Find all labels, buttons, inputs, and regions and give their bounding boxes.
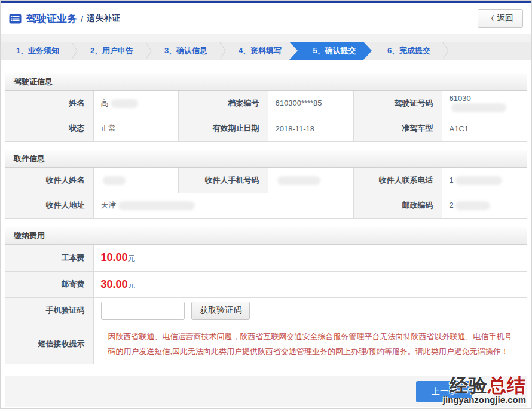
- work-fee-amount: 10.00: [101, 251, 128, 263]
- recipient-phone-label: 收件人联系电话: [353, 168, 442, 193]
- list-icon: [9, 14, 22, 24]
- recipient-mobile-value: [268, 168, 353, 193]
- step-tabs: 1、业务须知 2、用户申告 3、确认信息 4、资料填写 5、确认提交 6、完成提…: [1, 42, 531, 60]
- redacted-value: [111, 99, 138, 108]
- postage-fee-value: 30.00元: [93, 271, 527, 297]
- sms-notice-cell: 因陕西省联通、电信运营商技术问题，陕西省互联网交通安全综合服务管理平台无法向持陕…: [93, 324, 527, 364]
- pickup-info-section: 取件信息 收件人姓名 收件人手机号码 收件人联系电话 1 收件人地址 天津 邮政…: [5, 150, 527, 219]
- page-title: 驾驶证业务: [26, 12, 77, 26]
- fees-table: 工本费 10.00元 邮寄费 30.00元 手机验证码 获取验证码: [5, 245, 527, 364]
- step-5-confirm-submit: 5、确认提交: [289, 42, 372, 60]
- step-6-complete: 6、完成提交: [372, 42, 446, 60]
- chevron-left-icon: 〈: [487, 14, 494, 24]
- pickup-info-table: 收件人姓名 收件人手机号码 收件人联系电话 1 收件人地址 天津 邮政编码 2: [5, 168, 527, 218]
- redacted-value: [451, 103, 506, 112]
- breadcrumb-separator: /: [81, 14, 83, 24]
- table-row: 收件人地址 天津 邮政编码 2: [5, 193, 527, 218]
- table-row: 状态 正常 有效期止日期 2018-11-18 准驾车型 A1C1: [5, 116, 527, 141]
- step-label: 1、业务须知: [16, 45, 59, 56]
- postage-fee-unit: 元: [128, 281, 136, 290]
- sms-code-cell: 获取验证码: [93, 297, 527, 324]
- step-1-notice: 1、业务须知: [1, 42, 75, 60]
- table-row: 短信接收提示 因陕西省联通、电信运营商技术问题，陕西省互联网交通安全综合服务管理…: [5, 324, 527, 364]
- status-label: 状态: [5, 116, 93, 141]
- file-number-value: 610300****85: [268, 91, 353, 116]
- status-value: 正常: [93, 116, 178, 141]
- watermark-red-part: 总结: [488, 375, 526, 396]
- table-row: 邮寄费 30.00元: [5, 271, 527, 297]
- work-fee-value: 10.00元: [93, 245, 527, 271]
- page: 驾驶证业务 / 遗失补证 〈 返回 1、业务须知 2、用户申告 3、确认信息 4…: [0, 0, 532, 409]
- recipient-name-value: [93, 168, 178, 193]
- back-button[interactable]: 〈 返回: [478, 9, 523, 28]
- license-number-label: 驾驶证号码: [353, 91, 442, 116]
- step-label: 6、完成提交: [387, 45, 430, 56]
- sms-code-input[interactable]: [101, 302, 185, 320]
- work-fee-label: 工本费: [5, 245, 93, 271]
- sms-notice-label: 短信接收提示: [5, 324, 93, 364]
- recipient-address-label: 收件人地址: [5, 193, 93, 218]
- step-4-fill-data: 4、资料填写: [223, 42, 297, 60]
- table-row: 姓名 高 档案编号 610300****85 驾驶证号码 61030: [5, 91, 527, 116]
- step-label: 4、资料填写: [239, 45, 282, 56]
- table-row: 手机验证码 获取验证码: [5, 297, 527, 324]
- postage-fee-label: 邮寄费: [5, 271, 93, 297]
- get-sms-code-button[interactable]: 获取验证码: [191, 302, 250, 320]
- chevron-right-icon: [219, 42, 227, 61]
- sms-code-label: 手机验证码: [5, 297, 93, 324]
- postal-code-value: 2: [442, 193, 527, 218]
- step-label: 2、用户申告: [90, 45, 133, 56]
- recipient-name-label: 收件人姓名: [5, 168, 93, 193]
- file-number-label: 档案编号: [178, 91, 268, 116]
- chevron-right-icon: [442, 42, 450, 61]
- recipient-address-value: 天津: [93, 193, 353, 218]
- name-label: 姓名: [5, 91, 93, 116]
- vehicle-class-value: A1C1: [442, 116, 527, 141]
- breadcrumb-current: 遗失补证: [87, 13, 120, 24]
- license-info-section: 驾驶证信息 姓名 高 档案编号 610300****85 驾驶证号码 61030…: [5, 73, 527, 142]
- work-fee-unit: 元: [128, 254, 136, 263]
- fees-section-title: 缴纳费用: [5, 227, 527, 245]
- expiry-date-label: 有效期止日期: [178, 116, 268, 141]
- chevron-right-icon: [71, 42, 78, 61]
- redacted-value: [103, 176, 126, 185]
- chevron-right-icon: [145, 42, 152, 61]
- redacted-value: [455, 176, 502, 185]
- vehicle-class-label: 准驾车型: [353, 116, 442, 141]
- expiry-date-value: 2018-11-18: [268, 116, 353, 141]
- footer-bar: 上一步 经验总结 jingyanzongjie.com: [5, 376, 527, 407]
- sms-warning-text: 因陕西省联通、电信运营商技术问题，陕西省互联网交通安全综合服务管理平台无法向持陕…: [101, 324, 527, 364]
- postal-code-label: 邮政编码: [353, 193, 442, 218]
- pickup-section-title: 取件信息: [5, 150, 527, 168]
- step-3-confirm-info: 3、确认信息: [149, 42, 223, 60]
- back-button-label: 返回: [497, 13, 513, 24]
- fees-section: 缴纳费用 工本费 10.00元 邮寄费 30.00元 手机验证码: [5, 227, 527, 364]
- license-info-table: 姓名 高 档案编号 610300****85 驾驶证号码 61030 状态 正常…: [5, 91, 527, 141]
- license-section-title: 驾驶证信息: [5, 73, 527, 91]
- name-value: 高: [93, 91, 178, 116]
- recipient-phone-value: 1: [442, 168, 527, 193]
- redacted-value: [277, 176, 320, 185]
- step-2-declaration: 2、用户申告: [75, 42, 149, 60]
- table-row: 工本费 10.00元: [5, 245, 527, 271]
- postage-fee-amount: 30.00: [101, 278, 128, 290]
- license-number-value: 61030: [442, 91, 527, 116]
- redacted-value: [455, 201, 490, 210]
- step-label: 3、确认信息: [164, 45, 207, 56]
- table-row: 收件人姓名 收件人手机号码 收件人联系电话 1: [5, 168, 527, 193]
- header-divider: [1, 34, 531, 42]
- previous-step-button[interactable]: 上一步: [416, 381, 472, 402]
- content: 驾驶证信息 姓名 高 档案编号 610300****85 驾驶证号码 61030…: [1, 60, 531, 407]
- header: 驾驶证业务 / 遗失补证 〈 返回: [1, 3, 531, 34]
- redacted-value: [118, 201, 195, 210]
- recipient-mobile-label: 收件人手机号码: [178, 168, 268, 193]
- step-label: 5、确认提交: [313, 45, 356, 56]
